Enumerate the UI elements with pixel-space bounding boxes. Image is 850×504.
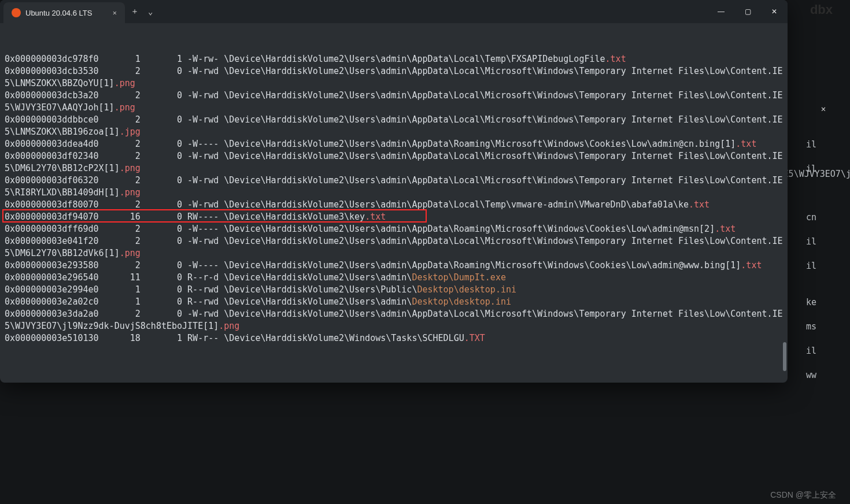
maximize-button[interactable]: ▢ (734, 0, 761, 23)
output-line: 0x000000003e296540 11 0 R--r-d \Device\H… (5, 272, 783, 284)
bg-text-fragment: cn (806, 212, 816, 223)
output-line: 0x000000003df02340 2 0 -W-rwd \Device\Ha… (5, 150, 783, 175)
output-line: 0x000000003ddbbce0 2 0 -W-rwd \Device\Ha… (5, 114, 783, 138)
watermark: CSDN @零上安全 (770, 490, 836, 501)
output-line: 0x000000003e041f20 2 0 -W-rwd \Device\Ha… (5, 235, 783, 260)
bg-text-fragment: il (806, 139, 816, 150)
output-line: 0x000000003df80070 2 0 -W-rwd \Device\Ha… (5, 199, 783, 211)
output-line: 0x000000003e2a02c0 1 0 R--rwd \Device\Ha… (5, 296, 783, 308)
background-app-label: dbx (810, 2, 833, 17)
bg-text-fragment: ke (806, 297, 816, 307)
output-line: 0x000000003ddea4d0 2 0 -W---- \Device\Ha… (5, 138, 783, 150)
bg-text-fragment: il (806, 261, 816, 271)
titlebar: Ubuntu 20.04.6 LTS ✕ ＋ ⌄ — ▢ ✕ (0, 0, 788, 23)
output-line: 0x000000003dff69d0 2 0 -W---- \Device\Ha… (5, 223, 783, 235)
bg-text-fragment: il (806, 164, 816, 174)
output-line: 0x000000003e2994e0 1 0 R--rwd \Device\Ha… (5, 284, 783, 296)
output-line: 0x000000003e510130 18 1 RW-r-- \Device\H… (5, 332, 783, 344)
output-line: 0x000000003df94070 16 0 RW---- \Device\H… (5, 211, 783, 223)
bg-text-fragment: ms (806, 321, 816, 332)
output-line: 0x000000003dc978f0 1 1 -W-rw- \Device\Ha… (5, 53, 783, 65)
output-line: 0x000000003e3da2a0 2 0 -W-rwd \Device\Ha… (5, 308, 783, 332)
ubuntu-icon (12, 8, 21, 17)
new-tab-button[interactable]: ＋ (131, 6, 139, 17)
scrollbar-thumb[interactable] (783, 342, 786, 371)
bg-text-fragment: ww (806, 370, 816, 380)
bg-text-fragment: il (806, 346, 816, 356)
tab-close-icon[interactable]: ✕ (113, 9, 117, 17)
terminal-output[interactable]: 0x000000003dc978f0 1 1 -W-rw- \Device\Ha… (0, 23, 788, 383)
output-line: 0x000000003dcb3530 2 0 -W-rwd \Device\Ha… (5, 65, 783, 90)
close-button[interactable]: ✕ (761, 0, 788, 23)
window-controls: — ▢ ✕ (708, 0, 788, 23)
tab-ubuntu[interactable]: Ubuntu 20.04.6 LTS ✕ (3, 2, 125, 23)
output-line: 0x000000003dcb3a20 2 0 -W-rwd \Device\Ha… (5, 90, 783, 114)
background-close-icon[interactable]: ✕ (813, 98, 834, 119)
tab-title: Ubuntu 20.04.6 LTS (25, 9, 92, 17)
output-line: 0x000000003e293580 2 0 -W---- \Device\Ha… (5, 260, 783, 272)
minimize-button[interactable]: — (708, 0, 734, 23)
output-line: 0x000000003df06320 2 0 -W-rwd \Device\Ha… (5, 175, 783, 199)
tab-dropdown-icon[interactable]: ⌄ (148, 7, 153, 16)
terminal-window: Ubuntu 20.04.6 LTS ✕ ＋ ⌄ — ▢ ✕ 0x0000000… (0, 0, 788, 383)
bg-text-fragment: il (806, 236, 816, 247)
